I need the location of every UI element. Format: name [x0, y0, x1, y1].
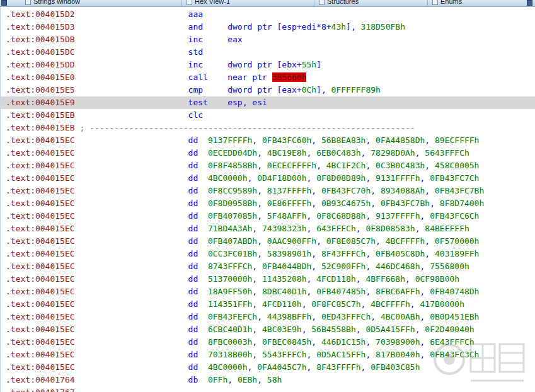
tab-label: Strings window: [33, 0, 80, 5]
disasm-line[interactable]: .text:004015EC dd 0FB407085h, 5F48AFFh, …: [1, 210, 535, 222]
spacing: [198, 274, 208, 284]
disasm-line[interactable]: .text:004015DD inc dword ptr [ebx+55h]: [1, 59, 535, 71]
operand: ,: [306, 148, 316, 158]
address: .text:004015EC: [6, 135, 75, 145]
mnemonic: dd: [188, 249, 198, 258]
hex-value: 5F48AFFh: [267, 211, 307, 221]
disassembly-listing[interactable]: .text:004015D2 aaa.text:004015D3 and dwo…: [0, 7, 535, 392]
operand: ,: [316, 161, 326, 170]
hex-value: 58398901h: [267, 249, 311, 258]
operand: ,: [365, 249, 376, 258]
disasm-line[interactable]: .text:004015E5 cmp dword ptr [eax+0Ch], …: [1, 84, 535, 96]
window-corner-icon[interactable]: [1, 0, 7, 6]
disasm-line[interactable]: .text:004015EC dd 70318B00h, 5543FFFCh, …: [1, 349, 535, 361]
disasm-line[interactable]: .text:004015D3 and dword ptr [esp+edi*8+…: [1, 21, 535, 33]
hex-value: 84BEFFFFh: [425, 224, 469, 233]
disasm-line[interactable]: .text:004015DB inc eax: [1, 33, 535, 46]
disasm-line[interactable]: .text:004015EC dd 0F8F4858Bh, 0ECECFFFFh…: [1, 159, 535, 172]
address: .text:004015EC: [6, 337, 75, 347]
disasm-line[interactable]: .text:00401767: [1, 386, 535, 392]
disasm-line[interactable]: .text:004015EC dd 18A9FF50h, 8DBC40D1h, …: [1, 285, 535, 298]
disasm-line[interactable]: .text:004015EC dd 71BD4A3Ah, 74398323h, …: [1, 222, 535, 235]
address: .text:004015D2: [6, 9, 75, 19]
separator-comment: ; --------------------------------------…: [75, 123, 415, 132]
hex-value: 4BC03E9h: [262, 325, 302, 334]
disasm-line[interactable]: .text:004015EB ; -----------------------…: [1, 122, 535, 134]
hex-value: 0FB43FC7Bh: [381, 199, 430, 208]
operand: ,: [365, 287, 376, 296]
operand: ,: [365, 337, 376, 347]
hex-value: 0B93C4675h: [321, 199, 371, 208]
address: .text:004015EB: [6, 110, 75, 120]
disasm-line[interactable]: .text:004015EC dd 0F8D0958Bh, 0E86FFFFh,…: [1, 197, 535, 210]
disasm-line[interactable]: .text:004015EC dd 8FBC0003h, 0FBEC0845h,…: [1, 336, 535, 349]
disasm-line[interactable]: .text:004015EC dd 9137FFFFh, 0FB43FC60h,…: [1, 134, 535, 147]
call-target-highlight[interactable]: 3B5660h: [272, 72, 307, 82]
hex-value: 318D50FBh: [361, 22, 405, 32]
disasm-line[interactable]: .text:004015DC std: [1, 46, 535, 59]
disasm-line[interactable]: .text:004015EC dd 51370000h, 11435208h, …: [1, 273, 535, 285]
address: .text:004015EC: [6, 236, 75, 246]
mnemonic: dd: [188, 148, 198, 158]
tab-separator: [181, 0, 182, 6]
hex-value: 7556800h: [430, 262, 469, 271]
hex-value: 446D1C15h: [321, 337, 365, 347]
spacing: [75, 375, 188, 384]
hex-value: 0FB4044BDh: [262, 262, 311, 271]
spacing: [75, 199, 188, 208]
disasm-line[interactable]: .text:004015EC dd 0F8CC9589h, 8137FFFFh,…: [1, 185, 535, 197]
disasm-line[interactable]: .text:004015EB clc: [1, 109, 535, 122]
spacing: [198, 337, 208, 347]
disasm-line[interactable]: .text:004015E0 call near ptr 3B5660h: [1, 71, 535, 84]
tab-bar-right-icon[interactable]: [527, 0, 532, 6]
disasm-line[interactable]: .text:00401764 db 0FFh, 0EBh, 58h: [1, 374, 535, 386]
operand: ,: [415, 148, 425, 158]
address: .text:004015EC: [6, 199, 75, 208]
disasm-line[interactable]: .text:004015D2 aaa: [1, 8, 535, 21]
disasm-line[interactable]: .text:004015EC dd 4BC0000h, 0FA4045C7h, …: [1, 361, 535, 374]
tab-enums[interactable]: Enums: [432, 0, 462, 7]
disasm-line[interactable]: .text:004015EC dd 114351FFh, 4FCD110h, 0…: [1, 298, 535, 311]
disasm-line[interactable]: .text:004015EC dd 0FB407ABDh, 0AAC900FFh…: [1, 235, 535, 248]
disasm-line[interactable]: .text:004015EC dd 0ECEDD04Dh, 4BC19E8h, …: [1, 147, 535, 159]
address: .text:004015EC: [6, 362, 75, 372]
address: .text:004015EC: [6, 287, 75, 296]
hex-value: 0F8D08583h: [365, 224, 415, 233]
hex-value: 0F8FC85C7h: [311, 299, 360, 309]
operand: ,: [361, 148, 371, 158]
hex-value: 8F8D7400h: [440, 199, 484, 208]
disasm-line[interactable]: .text:004015E9 test esp, esi: [1, 96, 535, 109]
mnemonic: call: [188, 72, 228, 82]
mnemonic: dd: [188, 287, 198, 296]
spacing: [75, 186, 188, 195]
hex-value: 4BCFFFFh: [386, 236, 425, 246]
spacing: [75, 35, 188, 44]
hex-value: 18A9FF50h: [208, 287, 252, 296]
operand: ,: [257, 375, 267, 384]
disasm-line[interactable]: .text:004015EC dd 8743FFFCh, 0FB4044BDh,…: [1, 260, 535, 273]
spacing: [75, 135, 188, 145]
disasm-line[interactable]: .text:004015EC dd 6CBC40D1h, 4BC03E9h, 5…: [1, 323, 535, 336]
operand: ,: [257, 199, 267, 208]
tab-strings-window[interactable]: Strings window: [25, 0, 80, 7]
hex-value: 78298D0Ah: [371, 148, 415, 158]
operand: ,: [356, 274, 366, 284]
hex-value: 70318B00h: [208, 350, 252, 359]
tab-structures[interactable]: Structures: [319, 0, 359, 7]
disasm-line[interactable]: .text:004015EC dd 4BC0000h, 0D4F18D00h, …: [1, 172, 535, 185]
operand: ,: [371, 199, 381, 208]
mnemonic: db: [188, 375, 198, 384]
operand: ,: [356, 224, 366, 233]
disasm-line[interactable]: .text:004015EC dd 0CC3FC01Bh, 58398901h,…: [1, 248, 535, 260]
disasm-line[interactable]: .text:004015EC dd 0FB43FEFCh, 44398BFFh,…: [1, 311, 535, 323]
spacing: [75, 224, 188, 233]
operand: dword ptr [eax+: [227, 85, 301, 95]
spacing: [75, 274, 188, 284]
hex-value: 0F8CC9589h: [208, 186, 257, 195]
hex-value: 0AAC900FFh: [267, 236, 316, 246]
tab-hex-view[interactable]: Hex View-1: [187, 0, 230, 7]
hex-value: 0ECEDD04Dh: [208, 148, 257, 158]
hex-value: 4BFF668h: [365, 274, 405, 284]
address: .text:004015EB: [6, 123, 75, 132]
structures-icon: [319, 0, 325, 5]
